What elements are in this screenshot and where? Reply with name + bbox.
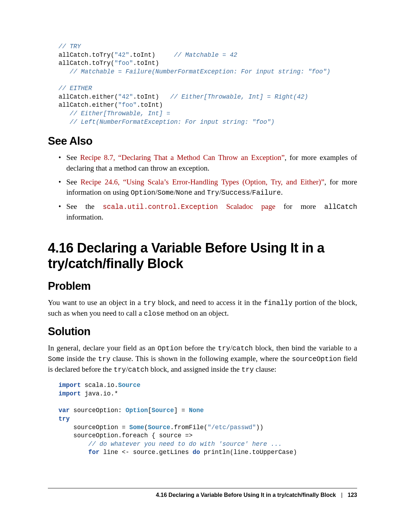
heading-solution: Solution <box>48 325 357 338</box>
link-scaladoc-page[interactable]: scala.util.control.Exception Scaladoc pa… <box>103 202 276 211</box>
heading-section-4-16: 4.16 Declaring a Variable Before Using I… <box>48 240 357 271</box>
footer-title: 4.16 Declaring a Variable Before Using I… <box>156 492 336 498</box>
footer-separator: | <box>341 492 343 498</box>
code-block-try-either: // TRY allCatch.toTry("42".toInt) // Mat… <box>59 43 357 126</box>
page-number: 123 <box>348 492 357 498</box>
list-item: See Recipe 8.7, “Declaring That a Method… <box>59 153 357 173</box>
list-item: See Recipe 24.6, “Using Scala’s Error-Ha… <box>59 177 357 198</box>
list-item: See the scala.util.control.Exception Sca… <box>59 201 357 222</box>
see-also-list: See Recipe 8.7, “Declaring That a Method… <box>59 153 357 223</box>
problem-paragraph: You want to use an object in a try block… <box>48 298 357 319</box>
solution-paragraph: In general, declare your field as an Opt… <box>48 343 357 375</box>
heading-problem: Problem <box>48 280 357 293</box>
code-block-solution: import scala.io.Source import java.io.* … <box>59 381 357 457</box>
heading-see-also: See Also <box>48 135 357 148</box>
link-recipe-8-7[interactable]: Recipe 8.7, “Declaring That a Method Can… <box>80 153 285 162</box>
page-footer: 4.16 Declaring a Variable Before Using I… <box>48 488 357 498</box>
link-recipe-24-6[interactable]: Recipe 24.6, “Using Scala’s Error-Handli… <box>81 178 324 186</box>
